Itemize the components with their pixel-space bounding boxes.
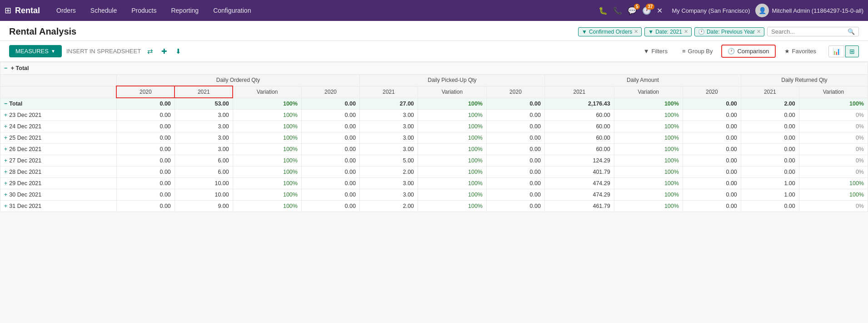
row-expand-icon-0[interactable]: + (4, 112, 7, 118)
comparison-button[interactable]: 🕐 Comparison (721, 45, 775, 58)
row-label-4: + 27 Dec 2021 (0, 155, 117, 167)
row-expand-icon-4[interactable]: + (4, 157, 7, 164)
row-pick-2020-8: 0.00 (301, 201, 359, 212)
row-ord-2021-0: 3.00 (175, 110, 233, 121)
row-pick-2020-4: 0.00 (301, 155, 359, 167)
row-expand-icon-1[interactable]: + (4, 123, 7, 130)
row-pick-var-8: 100% (418, 201, 486, 212)
row-ret-var-7: 100% (799, 189, 868, 201)
filter-confirmed-close[interactable]: ✕ (634, 29, 638, 35)
row-pick-2020-2: 0.00 (301, 132, 359, 144)
row-ret-var-5: 0% (799, 167, 868, 178)
table-row: + 24 Dec 2021 0.00 3.00 100% 0.00 3.00 1… (0, 121, 868, 132)
row-amt-2021-5: 401.79 (544, 167, 614, 178)
page-title: Rental Analysis (9, 26, 76, 37)
row-amt-2021-4: 124.29 (544, 155, 614, 167)
measures-label: MEASURES (15, 48, 49, 55)
view-toggle: 📊 ⊞ (828, 45, 859, 57)
table-row: + 30 Dec 2021 0.00 10.00 100% 0.00 3.00 … (0, 189, 868, 201)
row-ord-2021-8: 9.00 (175, 201, 233, 212)
row-ord-var-8: 100% (233, 201, 301, 212)
row-ret-2021-7: 1.00 (741, 189, 799, 201)
row-ret-2021-6: 1.00 (741, 178, 799, 189)
table-view-button[interactable]: ⊞ (845, 45, 859, 57)
row-ret-2021-4: 0.00 (741, 155, 799, 167)
row-expand-icon-5[interactable]: + (4, 169, 7, 175)
close-icon[interactable]: ✕ (657, 6, 663, 15)
row-amt-2020-3: 0.00 (487, 144, 545, 155)
main-menu: Orders Schedule Products Reporting Confi… (49, 0, 599, 21)
insert-spreadsheet-button[interactable]: INSERT IN SPREADSHEET (66, 48, 141, 55)
search-input[interactable] (771, 28, 848, 35)
amt-var-header: Variation (614, 86, 683, 98)
row-expand-icon-6[interactable]: + (4, 180, 7, 187)
user-menu[interactable]: 👤 Mitchell Admin (11864297-15-0-all) (755, 4, 863, 17)
row-pick-var-2: 100% (418, 132, 486, 144)
row-ord-2021-1: 3.00 (175, 121, 233, 132)
swap-icon[interactable]: ⇄ (145, 45, 155, 57)
row-amt-2020-0: 0.00 (487, 110, 545, 121)
menu-configuration[interactable]: Configuration (206, 0, 258, 21)
daily-amount-header: Daily Amount (544, 75, 741, 86)
row-amt-2020-2: 0.00 (487, 132, 545, 144)
row-ord-2020-4: 0.00 (116, 155, 175, 167)
total-ret-var: 100% (799, 98, 868, 110)
filter-date-close[interactable]: ✕ (684, 29, 688, 35)
row-ret-2020-0: 0.00 (683, 110, 741, 121)
row-ret-2021-5: 0.00 (741, 167, 799, 178)
row-ord-2021-7: 10.00 (175, 189, 233, 201)
total-ord-2020: 0.00 (116, 98, 175, 110)
filter-prev-close[interactable]: ✕ (757, 29, 761, 35)
row-amt-var-8: 100% (614, 201, 683, 212)
phone-icon[interactable]: 📞 (613, 6, 622, 15)
row-expand-icon-7[interactable]: + (4, 192, 7, 198)
total-collapse-icon[interactable]: − (4, 101, 7, 107)
clock-icon[interactable]: 🕐 37 (642, 6, 651, 15)
row-ret-2020-1: 0.00 (683, 121, 741, 132)
favorites-button[interactable]: ★ Favorites (778, 45, 822, 57)
column-group-header: Daily Ordered Qty Daily Picked-Up Qty Da… (0, 75, 868, 86)
menu-reporting[interactable]: Reporting (164, 0, 206, 21)
row-pick-2020-1: 0.00 (301, 121, 359, 132)
chat-icon[interactable]: 💬 5 (628, 6, 637, 15)
row-ret-2020-7: 0.00 (683, 189, 741, 201)
groupby-button[interactable]: ≡ Group By (676, 45, 719, 57)
bar-chart-view-button[interactable]: 📊 (828, 45, 844, 57)
analysis-table: − + Total Daily Ordered Qty Daily Picked… (0, 62, 868, 212)
ord-2021-header: 2021 (175, 86, 233, 98)
row-ord-2021-6: 10.00 (175, 178, 233, 189)
search-icon[interactable]: 🔍 (848, 28, 855, 35)
clock-badge: 37 (646, 4, 654, 10)
menu-orders[interactable]: Orders (49, 0, 83, 21)
menu-schedule[interactable]: Schedule (83, 0, 124, 21)
collapse-icon[interactable]: − (4, 65, 7, 71)
row-pick-2020-6: 0.00 (301, 178, 359, 189)
filters-button[interactable]: ▼ Filters (638, 45, 673, 57)
row-pick-2021-1: 3.00 (359, 121, 418, 132)
row-expand-icon-8[interactable]: + (4, 203, 7, 209)
table-row: + 23 Dec 2021 0.00 3.00 100% 0.00 3.00 1… (0, 110, 868, 121)
row-pick-var-3: 100% (418, 144, 486, 155)
filter-icon: ▼ (644, 48, 649, 55)
bug-icon[interactable]: 🐛 (599, 6, 608, 15)
row-expand-icon-2[interactable]: + (4, 135, 7, 141)
row-pick-2020-0: 0.00 (301, 110, 359, 121)
row-pick-2021-8: 2.00 (359, 201, 418, 212)
total-amt-var: 100% (614, 98, 683, 110)
row-ord-2021-2: 3.00 (175, 132, 233, 144)
download-icon[interactable]: ⬇ (174, 45, 183, 57)
row-ord-2020-3: 0.00 (116, 144, 175, 155)
amt-2021-header: 2021 (544, 86, 614, 98)
row-amt-2020-4: 0.00 (487, 155, 545, 167)
measures-button[interactable]: MEASURES ▼ (9, 45, 62, 57)
add-icon[interactable]: ✚ (160, 45, 169, 57)
filter-confirmed-orders[interactable]: ▼ Confirmed Orders ✕ (578, 27, 642, 36)
page-title-row: Rental Analysis ▼ Confirmed Orders ✕ ▼ D… (9, 26, 859, 37)
search-box[interactable]: 🔍 (767, 27, 859, 36)
filter-date-2021[interactable]: ▼ Date: 2021 ✕ (644, 27, 692, 36)
filter-previous-year[interactable]: 🕐 Date: Previous Year ✕ (694, 27, 764, 36)
row-amt-2020-8: 0.00 (487, 201, 545, 212)
menu-products[interactable]: Products (124, 0, 164, 21)
brand[interactable]: ⊞ Rental (5, 5, 40, 15)
row-expand-icon-3[interactable]: + (4, 146, 7, 152)
